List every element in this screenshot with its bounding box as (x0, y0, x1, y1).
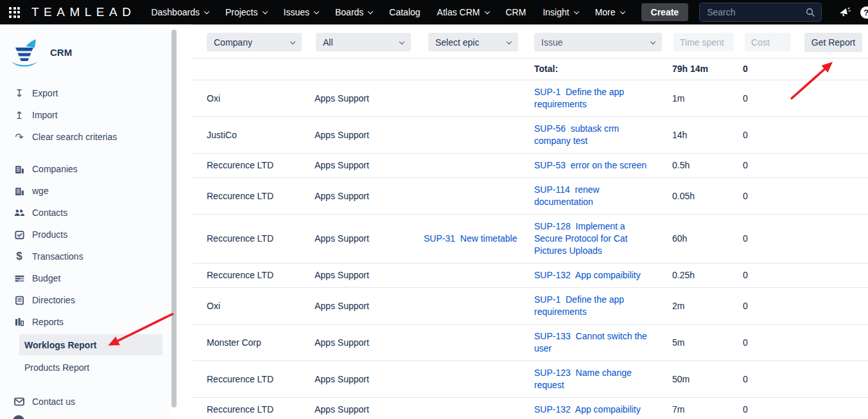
company-cell: Reccurence LTD (193, 263, 315, 287)
project-cell: Apps Support (315, 398, 424, 419)
nav-right-group: Create ? ⚙ (641, 3, 868, 22)
sidebar-item-transactions[interactable]: $ Transactions (0, 245, 169, 267)
project-filter-select[interactable]: All (316, 33, 411, 51)
project-cell: Apps Support (315, 263, 424, 287)
sidebar-item-export[interactable]: ↧ Export (0, 82, 169, 104)
epic-link[interactable]: SUP-31 New timetable (424, 233, 517, 244)
sidebar-item-clear-search[interactable]: ↷ Clear search criterias (0, 126, 169, 148)
sidebar-item-reports[interactable]: Reports (0, 311, 169, 333)
issue-link[interactable]: SUP-128 Implement a Secure Protocol for … (534, 221, 628, 256)
issue-cell: SUP-133 Cannot switch the user (534, 325, 672, 361)
nav-item-issues[interactable]: Issues (284, 7, 318, 17)
issue-link[interactable]: SUP-132 App compaibility (534, 270, 641, 280)
top-navigation: TEAMLEAD Dashboards Projects Issues Boar… (0, 0, 868, 24)
total-time: 79h 14m (672, 58, 743, 80)
nav-item-boards[interactable]: Boards (335, 7, 372, 17)
issue-link[interactable]: SUP-1 Define the app requirements (534, 87, 624, 109)
company-cell: Reccurence LTD (193, 368, 315, 391)
company-cell: Oxi (193, 87, 315, 111)
sidebar-item-products-report[interactable]: Products Report (19, 357, 166, 378)
chevron-down-icon (484, 8, 489, 13)
chevron-down-icon (573, 8, 578, 13)
time-spent-cell: 1m (672, 87, 743, 111)
epic-cell (424, 129, 534, 141)
cost-cell: 0 (743, 154, 801, 177)
chevron-down-icon (262, 8, 267, 13)
issue-link[interactable]: SUP-114 renew documentation (534, 184, 600, 207)
nav-item-more[interactable]: More (595, 7, 625, 17)
app-switcher-icon[interactable] (9, 7, 20, 18)
filter-row: Company All Select epic Issue Get Report (193, 24, 868, 58)
issue-link[interactable]: SUP-53 error on the screen (534, 160, 647, 170)
company-cell: JustiCo (193, 123, 315, 147)
issue-link[interactable]: SUP-123 Name change request (534, 368, 632, 390)
total-cost: 0 (743, 58, 801, 80)
sidebar-item-worklogs-report[interactable]: Worklogs Report (19, 334, 162, 355)
time-spent-cell: 60h (672, 227, 743, 251)
company-cell: Reccurence LTD (193, 398, 315, 419)
sidebar-item-companies[interactable]: Companies (0, 158, 169, 180)
sidebar-item-budget[interactable]: Budget (0, 267, 169, 289)
nav-item-dashboards[interactable]: Dashboards (151, 7, 209, 17)
import-icon: ↥ (13, 109, 26, 121)
search-box[interactable] (699, 3, 822, 22)
sidebar-item-directories[interactable]: Directories (0, 289, 169, 311)
cost-cell: 0 (743, 184, 801, 208)
announcements-icon[interactable] (836, 4, 853, 21)
company-cell: Reccurence LTD (193, 227, 315, 251)
epic-cell (424, 404, 534, 416)
sidebar-item-contacts[interactable]: Contacts (0, 202, 169, 224)
chevron-down-icon (650, 39, 655, 44)
sidebar-item-import[interactable]: ↥ Import (0, 104, 169, 126)
budget-icon (13, 273, 26, 284)
chevron-down-icon (368, 8, 373, 13)
time-spent-cell: 2m (672, 294, 743, 318)
sidebar-item-contact-us[interactable]: Contact us (0, 391, 169, 413)
issue-link[interactable]: SUP-1 Define the app requirements (534, 294, 624, 317)
nav-menu: Dashboards Projects Issues Boards Catalo… (151, 7, 641, 17)
nav-item-atlas-crm[interactable]: Atlas CRM (437, 7, 489, 17)
brand-logo[interactable]: TEAMLEAD (31, 5, 135, 19)
issue-link[interactable]: SUP-56 subtask crm company test (534, 123, 619, 146)
chevron-down-icon (507, 39, 512, 44)
epic-cell (424, 270, 534, 281)
project-cell: Apps Support (315, 184, 424, 208)
search-input[interactable] (706, 6, 805, 18)
nav-item-insight[interactable]: Insight (542, 7, 578, 17)
epic-filter-select[interactable]: Select epic (428, 33, 518, 51)
project-cell: Apps Support (315, 294, 424, 318)
company-cell: Monster Corp (193, 331, 315, 355)
company-filter-select[interactable]: Company (207, 33, 302, 51)
get-report-button[interactable]: Get Report (804, 33, 862, 52)
nav-item-crm[interactable]: CRM (506, 7, 526, 17)
sidebar-item-wge[interactable]: wge (0, 180, 169, 202)
nav-item-catalog[interactable]: Catalog (389, 7, 420, 17)
cost-cell: 0 (743, 331, 801, 355)
epic-cell (424, 373, 534, 385)
cost-cell: 0 (743, 227, 801, 251)
epic-cell (424, 160, 534, 172)
issue-link[interactable]: SUP-132 App compaibility (534, 404, 641, 415)
issue-link[interactable]: SUP-133 Cannot switch the user (534, 331, 647, 353)
scrollbar-thumb[interactable] (171, 30, 177, 407)
sidebar-scrollbar[interactable] (169, 24, 178, 419)
help-icon[interactable]: ? (858, 4, 868, 21)
company-cell: Reccurence LTD (193, 154, 315, 177)
cost-input[interactable] (745, 33, 791, 51)
sidebar-item-products[interactable]: Products (0, 224, 169, 245)
time-spent-cell: 50m (672, 368, 743, 391)
time-spent-input[interactable] (673, 33, 734, 51)
main-content: Company All Select epic Issue Get Report… (178, 24, 868, 419)
company-cell: Reccurence LTD (193, 184, 315, 208)
project-cell: Apps Support (315, 154, 424, 177)
building-icon (13, 164, 26, 175)
epic-cell (424, 93, 534, 104)
chevron-down-icon (314, 8, 319, 13)
time-spent-cell: 5m (672, 331, 743, 355)
nav-item-projects[interactable]: Projects (225, 7, 267, 17)
dollar-icon: $ (13, 250, 26, 263)
time-spent-cell: 7m (672, 398, 743, 419)
create-button[interactable]: Create (641, 3, 689, 21)
table-body: OxiApps SupportSUP-1 Define the app requ… (193, 80, 868, 419)
issue-filter-select[interactable]: Issue (534, 33, 662, 51)
